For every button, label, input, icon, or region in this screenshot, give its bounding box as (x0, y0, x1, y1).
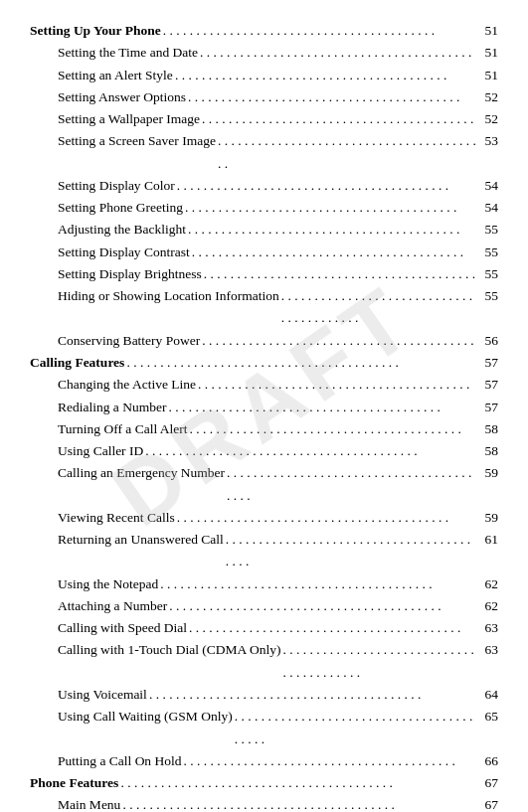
entry-dots-hiding-showing-location: . . . . . . . . . . . . . . . . . . . . … (281, 285, 476, 330)
entry-text-turning-off-call-alert: Turning Off a Call Alert (58, 418, 188, 440)
entry-dots-calling-emergency: . . . . . . . . . . . . . . . . . . . . … (227, 462, 476, 507)
entry-page-calling-features: 57 (478, 352, 498, 374)
entry-dots-calling-1touch-dial: . . . . . . . . . . . . . . . . . . . . … (282, 639, 476, 684)
entry-dots-phone-features: . . . . . . . . . . . . . . . . . . . . … (120, 772, 476, 794)
toc-entry-setting-display-contrast: Setting Display Contrast . . . . . . . .… (30, 242, 498, 263)
toc-entry-redialing-number: Redialing a Number . . . . . . . . . . .… (30, 397, 498, 418)
entry-dots-setting-screen-saver: . . . . . . . . . . . . . . . . . . . . … (218, 130, 476, 175)
entry-page-redialing-number: 57 (478, 397, 498, 418)
entry-text-setting-wallpaper: Setting a Wallpaper Image (58, 108, 200, 130)
toc-entry-attaching-number: Attaching a Number . . . . . . . . . . .… (30, 595, 498, 617)
toc-entry-setting-display-brightness: Setting Display Brightness . . . . . . .… (30, 263, 498, 285)
entry-dots-setting-time-date: . . . . . . . . . . . . . . . . . . . . … (200, 42, 476, 64)
entry-dots-changing-active-line: . . . . . . . . . . . . . . . . . . . . … (198, 374, 476, 396)
entry-text-calling-1touch-dial: Calling with 1-Touch Dial (CDMA Only) (58, 639, 280, 661)
entry-dots-using-call-waiting: . . . . . . . . . . . . . . . . . . . . … (235, 706, 476, 750)
entry-page-setting-up-your-phone: 51 (478, 20, 498, 42)
entry-page-setting-screen-saver: 53 (478, 130, 498, 152)
entry-dots-setting-answer-options: . . . . . . . . . . . . . . . . . . . . … (188, 86, 476, 108)
entry-text-adjusting-backlight: Adjusting the Backlight (58, 219, 186, 241)
toc-entry-putting-call-hold: Putting a Call On Hold . . . . . . . . .… (30, 750, 498, 772)
entry-text-returning-unanswered-call: Returning an Unanswered Call (58, 529, 224, 551)
toc-entry-main-menu: Main Menu . . . . . . . . . . . . . . . … (30, 794, 498, 812)
entry-page-changing-active-line: 57 (478, 374, 498, 396)
entry-text-setting-answer-options: Setting Answer Options (58, 86, 186, 108)
toc-entry-calling-emergency: Calling an Emergency Number . . . . . . … (30, 462, 498, 507)
toc-entry-setting-up-your-phone: Setting Up Your Phone . . . . . . . . . … (30, 20, 498, 42)
entry-page-hiding-showing-location: 55 (478, 285, 498, 307)
entry-dots-redialing-number: . . . . . . . . . . . . . . . . . . . . … (168, 397, 476, 418)
entry-page-using-call-waiting: 65 (478, 706, 498, 728)
toc-entry-calling-1touch-dial: Calling with 1-Touch Dial (CDMA Only) . … (30, 639, 498, 684)
entry-page-conserving-battery: 56 (478, 330, 498, 352)
entry-text-hiding-showing-location: Hiding or Showing Location Information (58, 285, 279, 307)
toc-entry-conserving-battery: Conserving Battery Power . . . . . . . .… (30, 330, 498, 352)
entry-page-setting-phone-greeting: 54 (478, 197, 498, 219)
entry-text-using-voicemail: Using Voicemail (58, 684, 147, 706)
toc-entry-setting-alert-style: Setting an Alert Style . . . . . . . . .… (30, 65, 498, 86)
entry-text-using-call-waiting: Using Call Waiting (GSM Only) (58, 706, 233, 728)
entry-text-setting-time-date: Setting the Time and Date (58, 42, 198, 64)
entry-text-setting-screen-saver: Setting a Screen Saver Image (58, 130, 216, 152)
toc-entry-calling-features: Calling Features . . . . . . . . . . . .… (30, 352, 498, 374)
entry-text-redialing-number: Redialing a Number (58, 397, 166, 418)
toc-entry-returning-unanswered-call: Returning an Unanswered Call . . . . . .… (30, 529, 498, 573)
entry-page-calling-emergency: 59 (478, 462, 498, 484)
entry-dots-using-notepad: . . . . . . . . . . . . . . . . . . . . … (160, 573, 476, 595)
entry-dots-setting-alert-style: . . . . . . . . . . . . . . . . . . . . … (175, 65, 476, 86)
entry-text-conserving-battery: Conserving Battery Power (58, 330, 200, 352)
entry-text-setting-display-contrast: Setting Display Contrast (58, 242, 190, 263)
entry-dots-attaching-number: . . . . . . . . . . . . . . . . . . . . … (169, 595, 476, 617)
entry-dots-setting-display-contrast: . . . . . . . . . . . . . . . . . . . . … (192, 242, 476, 263)
entry-text-calling-features: Calling Features (30, 352, 124, 374)
entry-text-main-menu: Main Menu (58, 794, 120, 812)
toc-entry-setting-answer-options: Setting Answer Options . . . . . . . . .… (30, 86, 498, 108)
entry-page-adjusting-backlight: 55 (478, 219, 498, 241)
entry-page-attaching-number: 62 (478, 595, 498, 617)
entry-text-viewing-recent-calls: Viewing Recent Calls (58, 507, 175, 529)
entry-dots-viewing-recent-calls: . . . . . . . . . . . . . . . . . . . . … (177, 507, 476, 529)
entry-dots-setting-up-your-phone: . . . . . . . . . . . . . . . . . . . . … (163, 20, 476, 42)
toc-entry-viewing-recent-calls: Viewing Recent Calls . . . . . . . . . .… (30, 507, 498, 529)
entry-page-setting-display-brightness: 55 (478, 263, 498, 285)
entry-dots-setting-display-color: . . . . . . . . . . . . . . . . . . . . … (177, 175, 476, 197)
entry-page-using-notepad: 62 (478, 573, 498, 595)
entry-dots-main-menu: . . . . . . . . . . . . . . . . . . . . … (122, 794, 476, 812)
entry-page-calling-speed-dial: 63 (478, 617, 498, 639)
entry-page-main-menu: 67 (478, 794, 498, 812)
toc-entry-setting-screen-saver: Setting a Screen Saver Image . . . . . .… (30, 130, 498, 175)
entry-text-calling-emergency: Calling an Emergency Number (58, 462, 225, 484)
entry-dots-conserving-battery: . . . . . . . . . . . . . . . . . . . . … (202, 330, 476, 352)
entry-dots-turning-off-call-alert: . . . . . . . . . . . . . . . . . . . . … (190, 418, 477, 440)
entry-dots-returning-unanswered-call: . . . . . . . . . . . . . . . . . . . . … (226, 529, 476, 573)
entry-page-setting-answer-options: 52 (478, 86, 498, 108)
entry-page-turning-off-call-alert: 58 (478, 418, 498, 440)
entry-page-viewing-recent-calls: 59 (478, 507, 498, 529)
entry-dots-setting-display-brightness: . . . . . . . . . . . . . . . . . . . . … (204, 263, 476, 285)
entry-dots-calling-speed-dial: . . . . . . . . . . . . . . . . . . . . … (189, 617, 476, 639)
toc-entry-using-voicemail: Using Voicemail . . . . . . . . . . . . … (30, 684, 498, 706)
toc-entry-using-caller-id: Using Caller ID . . . . . . . . . . . . … (30, 440, 498, 462)
entry-dots-using-voicemail: . . . . . . . . . . . . . . . . . . . . … (149, 684, 476, 706)
toc-entry-hiding-showing-location: Hiding or Showing Location Information .… (30, 285, 498, 330)
toc-entry-adjusting-backlight: Adjusting the Backlight . . . . . . . . … (30, 219, 498, 241)
toc-list: Setting Up Your Phone . . . . . . . . . … (30, 20, 498, 812)
entry-dots-adjusting-backlight: . . . . . . . . . . . . . . . . . . . . … (188, 219, 476, 241)
entry-page-calling-1touch-dial: 63 (478, 639, 498, 661)
entry-text-setting-display-brightness: Setting Display Brightness (58, 263, 202, 285)
entry-text-setting-phone-greeting: Setting Phone Greeting (58, 197, 183, 219)
entry-text-setting-up-your-phone: Setting Up Your Phone (30, 20, 161, 42)
toc-entry-turning-off-call-alert: Turning Off a Call Alert . . . . . . . .… (30, 418, 498, 440)
entry-page-setting-wallpaper: 52 (478, 108, 498, 130)
entry-page-setting-display-color: 54 (478, 175, 498, 197)
entry-page-setting-alert-style: 51 (478, 65, 498, 86)
entry-dots-setting-phone-greeting: . . . . . . . . . . . . . . . . . . . . … (185, 197, 476, 219)
toc-entry-setting-time-date: Setting the Time and Date . . . . . . . … (30, 42, 498, 64)
toc-entry-calling-speed-dial: Calling with Speed Dial . . . . . . . . … (30, 617, 498, 639)
entry-text-using-notepad: Using the Notepad (58, 573, 158, 595)
toc-entry-setting-phone-greeting: Setting Phone Greeting . . . . . . . . .… (30, 197, 498, 219)
entry-text-changing-active-line: Changing the Active Line (58, 374, 196, 396)
entry-dots-calling-features: . . . . . . . . . . . . . . . . . . . . … (126, 352, 476, 374)
entry-text-setting-alert-style: Setting an Alert Style (58, 65, 173, 86)
entry-dots-setting-wallpaper: . . . . . . . . . . . . . . . . . . . . … (202, 108, 476, 130)
